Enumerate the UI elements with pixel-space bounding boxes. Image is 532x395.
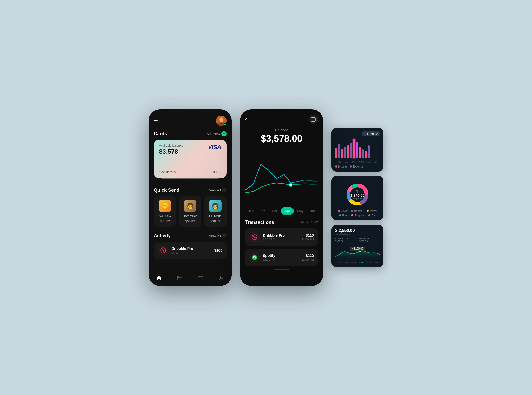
svg-point-1	[219, 117, 223, 122]
activity-dribbble-icon	[158, 245, 168, 256]
bar-group-apr	[353, 139, 358, 158]
bar-x-labels: JAN FEB MAR APR MAY JUN	[335, 160, 380, 163]
activity-title: Activity	[154, 233, 171, 238]
quick-send-header: Quick Send View All ›	[154, 188, 227, 193]
chart-area	[245, 147, 318, 204]
card-front[interactable]: Available balance $3,578 VISA See detail…	[154, 140, 227, 178]
area-menu-icon[interactable]: ···	[376, 228, 380, 233]
month-tab-mar[interactable]: Mar	[269, 207, 280, 215]
chevron-right-icon: ›	[222, 188, 227, 192]
nav-calendar[interactable]	[177, 275, 183, 281]
quick-send-view-all[interactable]: View All ›	[209, 188, 227, 192]
tx-spotify[interactable]: Spotify 12:00 PM $120 12:00 PM	[245, 249, 318, 266]
balance-amount: $3,578.00	[245, 133, 318, 144]
contact-avatar-tom: 🧑	[184, 200, 196, 212]
bar-feb-income	[341, 149, 343, 158]
tx-dribbble-info: Dribbble Pro 12:00 PM	[263, 233, 298, 241]
back-button[interactable]: ‹	[245, 116, 247, 122]
phone1-header: ☰	[154, 116, 227, 126]
donut-leg-food: Food	[339, 214, 348, 217]
bar-label-jun: JUN	[374, 160, 378, 163]
area-label-jun: JUN	[374, 261, 378, 264]
quick-send-title: Quick Send	[154, 188, 179, 193]
contact-alex[interactable]: 😊 Alex Savy $70.02	[154, 196, 176, 227]
donut-chart-panel: $ 1,240.00 Exspense Sport Transfer Trave…	[331, 176, 383, 220]
right-panels: + $ 120.00	[331, 128, 383, 267]
phone1: ☰ Cards Add New +	[149, 109, 232, 286]
contact-lilli[interactable]: 👩 Lilli Smith $30.02	[204, 196, 227, 227]
bar-mar-expense	[350, 143, 352, 158]
tx-spotify-right: $120 12:00 PM	[302, 253, 314, 261]
phone2-header: ‹	[245, 115, 318, 124]
area-label-apr: APR	[359, 261, 364, 264]
tx-spotify-time: 12:00 PM	[263, 258, 298, 261]
bar-may-income	[359, 147, 361, 158]
bar-jun-income	[365, 151, 367, 158]
bar-chart-tooltip: + $ 120.00	[362, 131, 380, 136]
activity-header: Activity View All ›	[154, 233, 227, 238]
svg-point-6	[202, 278, 202, 278]
bar-group-may	[359, 147, 364, 158]
tx-dribbble-amount: $110	[302, 233, 314, 237]
tx-spotify-name: Spotify	[263, 253, 298, 258]
bar-label-apr: APR	[359, 160, 364, 163]
donut-label: Exspense	[350, 197, 365, 200]
card-row1: Available balance $3,578 VISA	[159, 144, 221, 155]
tx-spotify-icon	[249, 252, 260, 263]
cards-section-header: Cards Add New +	[154, 131, 227, 137]
nav-home[interactable]	[156, 275, 162, 281]
donut-dot-transfer	[351, 210, 353, 212]
online-dot	[224, 123, 226, 126]
area-header: $ 2,550.00 ···	[335, 228, 380, 233]
month-tab-jan[interactable]: Jan	[246, 207, 256, 215]
contact-tom[interactable]: 🧑 Tom Miller $50.02	[179, 196, 202, 227]
bottom-nav	[149, 272, 232, 286]
bar-may-expense	[362, 149, 364, 158]
menu-icon[interactable]: ☰	[154, 118, 158, 124]
nav-profile[interactable]	[218, 275, 224, 281]
transactions-header: Transactions 14 Feb 2022	[245, 220, 318, 225]
month-tab-may[interactable]: May	[295, 207, 306, 215]
phone2-home-indicator	[274, 269, 289, 270]
bar-group-jun	[365, 145, 370, 158]
card-balance-amount: $3,578	[159, 148, 183, 155]
bar-group-mar	[347, 143, 352, 158]
nav-wallet[interactable]	[198, 275, 203, 281]
svg-rect-8	[311, 118, 315, 121]
svg-rect-4	[177, 276, 182, 280]
area-label-jan: JAN	[336, 261, 341, 264]
activity-item-dribbble[interactable]: Dribbble Pro 14 jan $160	[154, 242, 227, 259]
area-stats: Income ▬ + $970.00 Exspense - $230.00	[335, 237, 380, 243]
avatar[interactable]	[216, 116, 227, 126]
card-see-details[interactable]: See details	[159, 170, 176, 174]
bar-label-may: MAY	[366, 160, 371, 163]
contact-avatar-alex: 😊	[159, 200, 171, 212]
donut-dot-sport	[338, 210, 340, 212]
donut-center: $ 1,240.00 Exspense	[350, 189, 365, 200]
tx-spotify-time2: 12:00 PM	[302, 258, 314, 261]
tx-dribbble[interactable]: Dribbble Pro 12:00 PM $110 12:00 PM	[245, 228, 318, 246]
area-expense-stat: Exspense - $230.00	[359, 237, 380, 243]
month-tab-apr[interactable]: Apr	[281, 207, 294, 215]
transactions-title: Transactions	[245, 220, 274, 225]
month-tab-jun[interactable]: Jun	[307, 207, 317, 215]
phone2: ‹ Balance $3,578.00	[240, 109, 323, 286]
bar-apr-income	[353, 139, 355, 158]
balance-label: Balance	[245, 128, 318, 132]
activity-view-all[interactable]: View All ›	[209, 233, 227, 238]
donut-legend: Sport Transfer Travel Food Shopping	[335, 210, 380, 217]
legend-income-dot	[335, 165, 337, 168]
transactions-date: 14 Feb 2022	[301, 220, 318, 224]
bar-jan-expense	[338, 144, 340, 158]
bar-label-mar: MAR	[351, 160, 356, 163]
legend-expense: Expense	[350, 165, 363, 168]
calendar-button[interactable]	[309, 115, 318, 124]
area-x-labels: JAN FEB MAR APR MAY JUN	[335, 261, 380, 264]
donut-dot-food	[339, 214, 341, 216]
month-tab-feb[interactable]: Feb	[257, 207, 268, 215]
add-new-button[interactable]: Add New +	[207, 131, 227, 136]
donut-leg-transfer: Transfer	[351, 210, 363, 212]
contact-name-lilli: Lilli Smith	[209, 214, 221, 217]
legend-expense-dot	[350, 165, 352, 168]
plus-circle-icon: +	[221, 131, 227, 136]
